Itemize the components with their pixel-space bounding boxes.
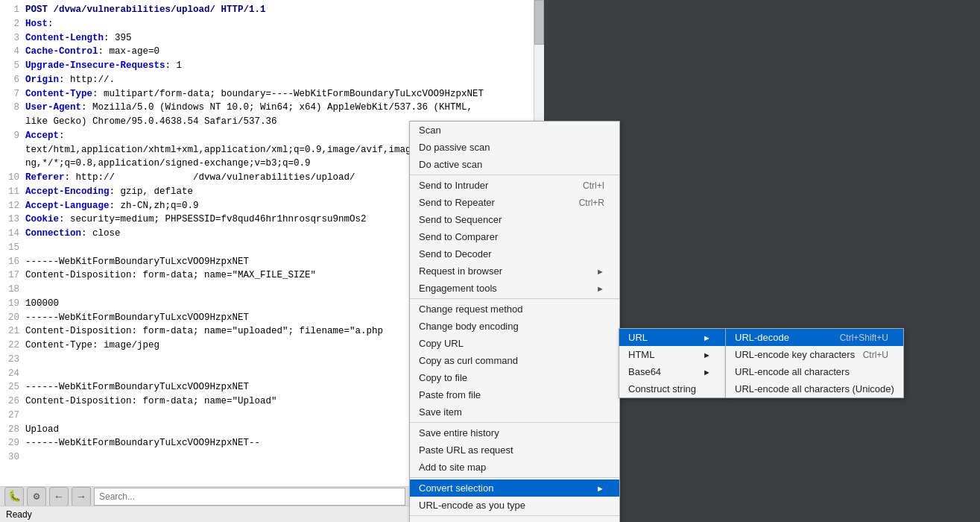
menu-item-url-encode-as-you-type[interactable]: URL-encode as you type: [410, 497, 619, 514]
submenu-item-base64[interactable]: Base64 ►: [619, 363, 726, 380]
menu-item-label: Paste from file: [419, 389, 481, 400]
menu-divider: [410, 298, 619, 299]
submenu-item-label: URL: [628, 332, 648, 343]
editor-line: 1POST /dvwa/vulnerabilities/upload/ HTTP…: [6, 3, 538, 17]
submenu-url-options: URL-decode Ctrl+Shift+U URL-encode key c…: [725, 328, 904, 398]
line-number: 7: [6, 87, 19, 101]
menu-item-send-to-comparer[interactable]: Send to Comparer: [410, 228, 619, 245]
line-number: [6, 143, 19, 157]
menu-item-label: Save entire history: [419, 427, 499, 438]
submenu-arrow: ►: [703, 368, 711, 377]
line-content[interactable]: Content-Length: 395: [25, 31, 538, 45]
editor-line: 3Content-Length: 395: [6, 31, 538, 45]
line-number: 25: [6, 380, 19, 394]
menu-shortcut: Ctrl+R: [579, 198, 604, 208]
line-content[interactable]: Cache-Control: max-age=0: [25, 45, 538, 59]
line-content[interactable]: POST /dvwa/vulnerabilities/upload/ HTTP/…: [25, 3, 538, 17]
menu-item-convert-selection[interactable]: Convert selection ►: [410, 479, 619, 497]
editor-line: 7Content-Type: multipart/form-data; boun…: [6, 87, 538, 101]
line-number: 19: [6, 297, 19, 311]
status-text: Ready: [6, 509, 32, 520]
menu-item-send-to-repeater[interactable]: Send to Repeater Ctrl+R: [410, 194, 619, 211]
menu-item-label: Convert selection: [419, 482, 493, 494]
scrollbar-thumb[interactable]: [534, 0, 544, 45]
submenu-item-construct-string[interactable]: Construct string: [619, 380, 726, 397]
line-content[interactable]: Content-Type: multipart/form-data; bound…: [25, 87, 538, 101]
menu-item-copy-url[interactable]: Copy URL: [410, 335, 619, 352]
submenu-item-label: Construct string: [628, 383, 696, 394]
menu-item-change-request-method[interactable]: Change request method: [410, 301, 619, 318]
submenu-item-label: HTML: [628, 349, 654, 360]
line-content[interactable]: Upgrade-Insecure-Requests: 1: [25, 59, 538, 73]
forward-button[interactable]: →: [72, 487, 91, 506]
menu-item-label: Send to Repeater: [419, 197, 495, 208]
menu-item-add-to-site-map[interactable]: Add to site map: [410, 459, 619, 476]
editor-line: 2Host:: [6, 17, 538, 31]
menu-item-do-passive-scan[interactable]: Do passive scan: [410, 139, 619, 156]
menu-item-send-to-decoder[interactable]: Send to Decoder: [410, 245, 619, 262]
line-number: 24: [6, 367, 19, 381]
submenu-arrow: ►: [596, 484, 604, 493]
line-number: 30: [6, 450, 19, 465]
bug-button[interactable]: 🐛: [4, 487, 24, 506]
menu-item-label: Engagement tools: [419, 283, 497, 294]
menu-item-copy-to-file[interactable]: Copy to file: [410, 369, 619, 386]
menu-item-do-active-scan[interactable]: Do active scan: [410, 156, 619, 173]
line-number: 16: [6, 255, 19, 269]
submenu-option-url-encode-key[interactable]: URL-encode key characters Ctrl+U: [726, 346, 903, 363]
menu-item-scan[interactable]: Scan: [410, 122, 619, 139]
line-content[interactable]: Origin: http://.: [25, 73, 538, 87]
editor-line: 8User-Agent: Mozilla/5.0 (Windows NT 10.…: [6, 101, 538, 115]
menu-divider: [410, 174, 619, 175]
menu-item-copy-as-curl[interactable]: Copy as curl command: [410, 352, 619, 369]
option-shortcut: Ctrl+Shift+U: [840, 333, 888, 343]
menu-divider: [410, 422, 619, 423]
line-number: [6, 115, 19, 129]
line-number: 5: [6, 59, 19, 73]
line-number: 15: [6, 241, 19, 255]
line-number: 3: [6, 31, 19, 45]
menu-item-cut[interactable]: Cut Ctrl+X: [410, 518, 619, 522]
line-number: [6, 157, 19, 171]
menu-item-engagement-tools[interactable]: Engagement tools ►: [410, 280, 619, 297]
menu-divider: [410, 477, 619, 478]
menu-item-label: Save item: [419, 406, 462, 418]
menu-item-label: Change body encoding: [419, 321, 519, 332]
menu-item-label: Send to Sequencer: [419, 214, 502, 225]
menu-item-save-entire-history[interactable]: Save entire history: [410, 424, 619, 441]
menu-item-paste-from-file[interactable]: Paste from file: [410, 386, 619, 403]
submenu-item-html[interactable]: HTML ►: [619, 346, 726, 363]
line-number: 20: [6, 311, 19, 325]
menu-item-send-to-intruder[interactable]: Send to Intruder Ctrl+I: [410, 177, 619, 194]
menu-item-label: Send to Decoder: [419, 248, 492, 260]
menu-item-change-body-encoding[interactable]: Change body encoding: [410, 318, 619, 335]
line-number: 21: [6, 324, 19, 339]
line-content[interactable]: Host:: [25, 17, 538, 31]
submenu-item-url[interactable]: URL ►: [619, 329, 726, 346]
menu-item-send-to-sequencer[interactable]: Send to Sequencer: [410, 211, 619, 228]
menu-item-save-item[interactable]: Save item: [410, 403, 619, 421]
back-button[interactable]: ←: [49, 487, 69, 506]
submenu-url: URL ► HTML ► Base64 ► Construct string: [619, 328, 727, 398]
line-number: 28: [6, 423, 19, 437]
submenu-item-label: Base64: [628, 366, 661, 377]
menu-item-label: Add to site map: [419, 462, 486, 473]
submenu-option-url-decode[interactable]: URL-decode Ctrl+Shift+U: [726, 329, 903, 346]
search-input[interactable]: [94, 488, 405, 506]
menu-divider: [410, 515, 619, 516]
editor-line: 5Upgrade-Insecure-Requests: 1: [6, 59, 538, 73]
menu-shortcut: Ctrl+I: [583, 180, 604, 191]
menu-item-paste-url-as-request[interactable]: Paste URL as request: [410, 441, 619, 459]
line-content[interactable]: User-Agent: Mozilla/5.0 (Windows NT 10.0…: [25, 101, 538, 115]
menu-item-request-in-browser[interactable]: Request in browser ►: [410, 262, 619, 280]
line-number: 6: [6, 73, 19, 87]
submenu-option-url-encode-all[interactable]: URL-encode all characters: [726, 363, 903, 380]
submenu-option-url-encode-all-unicode[interactable]: URL-encode all characters (Unicode): [726, 380, 903, 397]
submenu-option-label: URL-encode all characters: [735, 366, 850, 377]
line-number: 18: [6, 283, 19, 297]
submenu-option-label: URL-decode: [735, 332, 789, 343]
settings-button[interactable]: ⚙: [27, 487, 46, 506]
menu-item-label: Send to Intruder: [419, 180, 488, 191]
menu-item-label: Do passive scan: [419, 142, 490, 153]
line-number: 13: [6, 213, 19, 227]
